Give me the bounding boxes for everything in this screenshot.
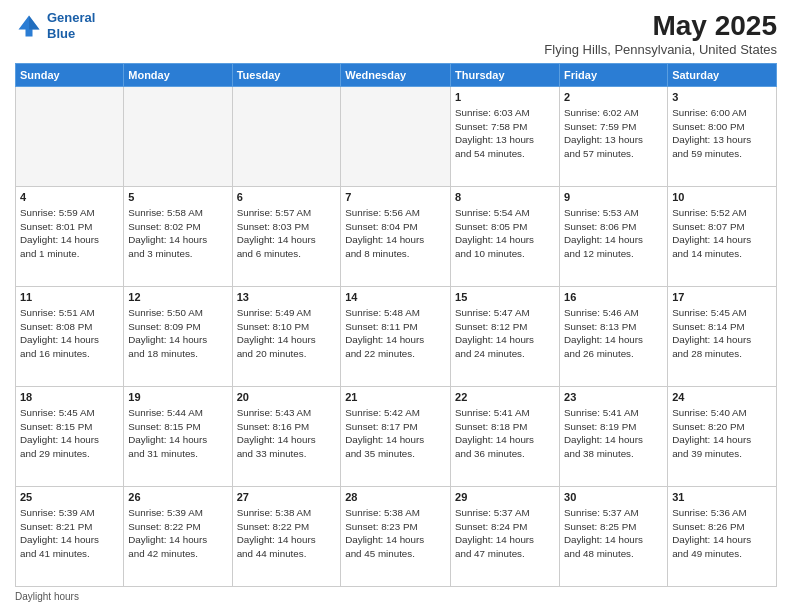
day-number: 2	[564, 90, 663, 105]
calendar-cell: 26Sunrise: 5:39 AM Sunset: 8:22 PM Dayli…	[124, 487, 232, 587]
day-info: Sunrise: 5:36 AM Sunset: 8:26 PM Dayligh…	[672, 506, 772, 561]
calendar-cell: 8Sunrise: 5:54 AM Sunset: 8:05 PM Daylig…	[451, 187, 560, 287]
day-info: Sunrise: 5:59 AM Sunset: 8:01 PM Dayligh…	[20, 206, 119, 261]
title-block: May 2025 Flying Hills, Pennsylvania, Uni…	[544, 10, 777, 57]
calendar-cell: 21Sunrise: 5:42 AM Sunset: 8:17 PM Dayli…	[341, 387, 451, 487]
day-number: 13	[237, 290, 337, 305]
day-info: Sunrise: 5:52 AM Sunset: 8:07 PM Dayligh…	[672, 206, 772, 261]
calendar-cell: 24Sunrise: 5:40 AM Sunset: 8:20 PM Dayli…	[668, 387, 777, 487]
calendar-cell: 20Sunrise: 5:43 AM Sunset: 8:16 PM Dayli…	[232, 387, 341, 487]
day-number: 7	[345, 190, 446, 205]
day-info: Sunrise: 5:45 AM Sunset: 8:15 PM Dayligh…	[20, 406, 119, 461]
day-info: Sunrise: 5:54 AM Sunset: 8:05 PM Dayligh…	[455, 206, 555, 261]
day-number: 18	[20, 390, 119, 405]
header: General Blue May 2025 Flying Hills, Penn…	[15, 10, 777, 57]
day-number: 1	[455, 90, 555, 105]
logo-text: General Blue	[47, 10, 95, 41]
calendar-cell: 12Sunrise: 5:50 AM Sunset: 8:09 PM Dayli…	[124, 287, 232, 387]
day-number: 9	[564, 190, 663, 205]
day-number: 3	[672, 90, 772, 105]
calendar-cell: 4Sunrise: 5:59 AM Sunset: 8:01 PM Daylig…	[16, 187, 124, 287]
page: General Blue May 2025 Flying Hills, Penn…	[0, 0, 792, 612]
day-info: Sunrise: 5:37 AM Sunset: 8:24 PM Dayligh…	[455, 506, 555, 561]
footer-note: Daylight hours	[15, 591, 777, 602]
day-number: 5	[128, 190, 227, 205]
day-number: 21	[345, 390, 446, 405]
weekday-monday: Monday	[124, 64, 232, 87]
day-info: Sunrise: 5:49 AM Sunset: 8:10 PM Dayligh…	[237, 306, 337, 361]
day-number: 12	[128, 290, 227, 305]
weekday-friday: Friday	[560, 64, 668, 87]
logo-icon	[15, 12, 43, 40]
day-number: 19	[128, 390, 227, 405]
calendar-cell: 18Sunrise: 5:45 AM Sunset: 8:15 PM Dayli…	[16, 387, 124, 487]
day-number: 15	[455, 290, 555, 305]
day-number: 10	[672, 190, 772, 205]
day-info: Sunrise: 5:51 AM Sunset: 8:08 PM Dayligh…	[20, 306, 119, 361]
calendar-cell: 23Sunrise: 5:41 AM Sunset: 8:19 PM Dayli…	[560, 387, 668, 487]
day-info: Sunrise: 6:02 AM Sunset: 7:59 PM Dayligh…	[564, 106, 663, 161]
day-number: 16	[564, 290, 663, 305]
day-number: 31	[672, 490, 772, 505]
day-info: Sunrise: 5:56 AM Sunset: 8:04 PM Dayligh…	[345, 206, 446, 261]
calendar-cell: 2Sunrise: 6:02 AM Sunset: 7:59 PM Daylig…	[560, 87, 668, 187]
weekday-tuesday: Tuesday	[232, 64, 341, 87]
calendar-cell: 17Sunrise: 5:45 AM Sunset: 8:14 PM Dayli…	[668, 287, 777, 387]
day-info: Sunrise: 6:00 AM Sunset: 8:00 PM Dayligh…	[672, 106, 772, 161]
calendar-cell	[341, 87, 451, 187]
day-number: 24	[672, 390, 772, 405]
day-info: Sunrise: 5:38 AM Sunset: 8:22 PM Dayligh…	[237, 506, 337, 561]
day-info: Sunrise: 5:39 AM Sunset: 8:22 PM Dayligh…	[128, 506, 227, 561]
calendar-cell: 19Sunrise: 5:44 AM Sunset: 8:15 PM Dayli…	[124, 387, 232, 487]
calendar-cell	[124, 87, 232, 187]
calendar-cell: 30Sunrise: 5:37 AM Sunset: 8:25 PM Dayli…	[560, 487, 668, 587]
calendar-cell: 7Sunrise: 5:56 AM Sunset: 8:04 PM Daylig…	[341, 187, 451, 287]
day-info: Sunrise: 5:45 AM Sunset: 8:14 PM Dayligh…	[672, 306, 772, 361]
calendar-cell: 10Sunrise: 5:52 AM Sunset: 8:07 PM Dayli…	[668, 187, 777, 287]
month-title: May 2025	[544, 10, 777, 42]
calendar-week-2: 11Sunrise: 5:51 AM Sunset: 8:08 PM Dayli…	[16, 287, 777, 387]
day-number: 27	[237, 490, 337, 505]
calendar-week-0: 1Sunrise: 6:03 AM Sunset: 7:58 PM Daylig…	[16, 87, 777, 187]
calendar-cell: 15Sunrise: 5:47 AM Sunset: 8:12 PM Dayli…	[451, 287, 560, 387]
calendar-week-4: 25Sunrise: 5:39 AM Sunset: 8:21 PM Dayli…	[16, 487, 777, 587]
calendar-cell: 6Sunrise: 5:57 AM Sunset: 8:03 PM Daylig…	[232, 187, 341, 287]
calendar-cell: 9Sunrise: 5:53 AM Sunset: 8:06 PM Daylig…	[560, 187, 668, 287]
day-info: Sunrise: 5:38 AM Sunset: 8:23 PM Dayligh…	[345, 506, 446, 561]
calendar-cell: 11Sunrise: 5:51 AM Sunset: 8:08 PM Dayli…	[16, 287, 124, 387]
day-number: 25	[20, 490, 119, 505]
calendar-cell: 22Sunrise: 5:41 AM Sunset: 8:18 PM Dayli…	[451, 387, 560, 487]
calendar-cell: 16Sunrise: 5:46 AM Sunset: 8:13 PM Dayli…	[560, 287, 668, 387]
calendar-cell: 29Sunrise: 5:37 AM Sunset: 8:24 PM Dayli…	[451, 487, 560, 587]
day-info: Sunrise: 6:03 AM Sunset: 7:58 PM Dayligh…	[455, 106, 555, 161]
calendar-cell	[232, 87, 341, 187]
calendar-cell: 25Sunrise: 5:39 AM Sunset: 8:21 PM Dayli…	[16, 487, 124, 587]
day-info: Sunrise: 5:41 AM Sunset: 8:19 PM Dayligh…	[564, 406, 663, 461]
day-number: 30	[564, 490, 663, 505]
day-number: 29	[455, 490, 555, 505]
day-number: 14	[345, 290, 446, 305]
day-number: 17	[672, 290, 772, 305]
day-info: Sunrise: 5:50 AM Sunset: 8:09 PM Dayligh…	[128, 306, 227, 361]
calendar-cell: 5Sunrise: 5:58 AM Sunset: 8:02 PM Daylig…	[124, 187, 232, 287]
day-info: Sunrise: 5:53 AM Sunset: 8:06 PM Dayligh…	[564, 206, 663, 261]
day-number: 23	[564, 390, 663, 405]
day-number: 4	[20, 190, 119, 205]
calendar-week-1: 4Sunrise: 5:59 AM Sunset: 8:01 PM Daylig…	[16, 187, 777, 287]
calendar-cell: 14Sunrise: 5:48 AM Sunset: 8:11 PM Dayli…	[341, 287, 451, 387]
day-info: Sunrise: 5:46 AM Sunset: 8:13 PM Dayligh…	[564, 306, 663, 361]
weekday-sunday: Sunday	[16, 64, 124, 87]
day-info: Sunrise: 5:37 AM Sunset: 8:25 PM Dayligh…	[564, 506, 663, 561]
day-info: Sunrise: 5:58 AM Sunset: 8:02 PM Dayligh…	[128, 206, 227, 261]
day-info: Sunrise: 5:41 AM Sunset: 8:18 PM Dayligh…	[455, 406, 555, 461]
calendar-table: SundayMondayTuesdayWednesdayThursdayFrid…	[15, 63, 777, 587]
weekday-wednesday: Wednesday	[341, 64, 451, 87]
logo: General Blue	[15, 10, 95, 41]
day-number: 20	[237, 390, 337, 405]
calendar-cell: 13Sunrise: 5:49 AM Sunset: 8:10 PM Dayli…	[232, 287, 341, 387]
calendar-cell: 31Sunrise: 5:36 AM Sunset: 8:26 PM Dayli…	[668, 487, 777, 587]
day-info: Sunrise: 5:47 AM Sunset: 8:12 PM Dayligh…	[455, 306, 555, 361]
weekday-thursday: Thursday	[451, 64, 560, 87]
day-info: Sunrise: 5:42 AM Sunset: 8:17 PM Dayligh…	[345, 406, 446, 461]
day-number: 11	[20, 290, 119, 305]
